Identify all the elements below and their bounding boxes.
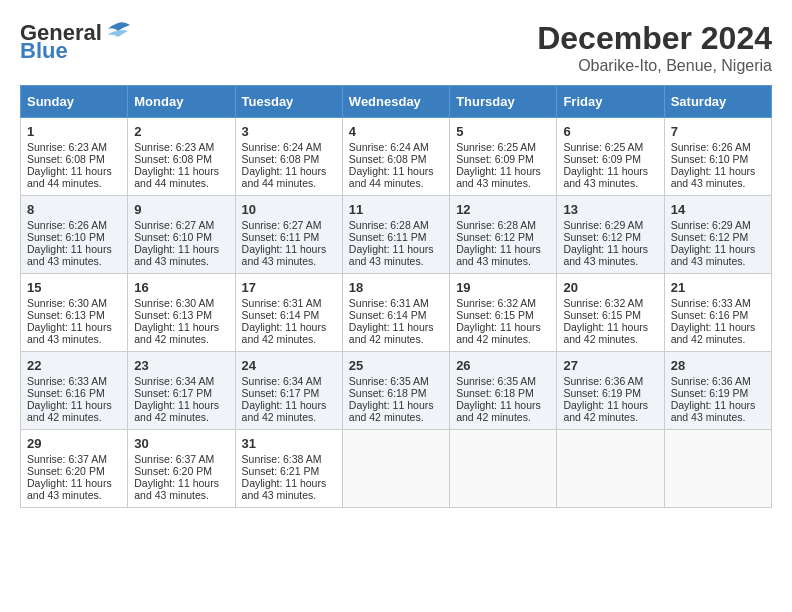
- sunrise-label: Sunrise: 6:29 AM: [563, 219, 643, 231]
- day-number: 26: [456, 358, 550, 373]
- sunset-label: Sunset: 6:11 PM: [349, 231, 427, 243]
- calendar-cell: 6Sunrise: 6:25 AMSunset: 6:09 PMDaylight…: [557, 118, 664, 196]
- day-number: 10: [242, 202, 336, 217]
- day-number: 6: [563, 124, 657, 139]
- sunrise-label: Sunrise: 6:37 AM: [27, 453, 107, 465]
- calendar-cell: 4Sunrise: 6:24 AMSunset: 6:08 PMDaylight…: [342, 118, 449, 196]
- sunset-label: Sunset: 6:16 PM: [671, 309, 749, 321]
- sunset-label: Sunset: 6:08 PM: [349, 153, 427, 165]
- calendar-week-row: 15Sunrise: 6:30 AMSunset: 6:13 PMDayligh…: [21, 274, 772, 352]
- sunset-label: Sunset: 6:15 PM: [563, 309, 641, 321]
- daylight-label: Daylight: 11 hours and 42 minutes.: [456, 321, 541, 345]
- calendar-cell: 27Sunrise: 6:36 AMSunset: 6:19 PMDayligh…: [557, 352, 664, 430]
- sunrise-label: Sunrise: 6:24 AM: [242, 141, 322, 153]
- calendar-week-row: 8Sunrise: 6:26 AMSunset: 6:10 PMDaylight…: [21, 196, 772, 274]
- day-number: 24: [242, 358, 336, 373]
- sunrise-label: Sunrise: 6:23 AM: [134, 141, 214, 153]
- daylight-label: Daylight: 11 hours and 43 minutes.: [563, 165, 648, 189]
- calendar-cell: 21Sunrise: 6:33 AMSunset: 6:16 PMDayligh…: [664, 274, 771, 352]
- daylight-label: Daylight: 11 hours and 43 minutes.: [349, 243, 434, 267]
- sunset-label: Sunset: 6:09 PM: [563, 153, 641, 165]
- sunrise-label: Sunrise: 6:26 AM: [27, 219, 107, 231]
- calendar-cell: 16Sunrise: 6:30 AMSunset: 6:13 PMDayligh…: [128, 274, 235, 352]
- calendar-cell: 2Sunrise: 6:23 AMSunset: 6:08 PMDaylight…: [128, 118, 235, 196]
- day-number: 23: [134, 358, 228, 373]
- day-number: 11: [349, 202, 443, 217]
- day-number: 21: [671, 280, 765, 295]
- sunrise-label: Sunrise: 6:34 AM: [242, 375, 322, 387]
- sunset-label: Sunset: 6:17 PM: [134, 387, 212, 399]
- calendar-cell: 28Sunrise: 6:36 AMSunset: 6:19 PMDayligh…: [664, 352, 771, 430]
- calendar-cell: 8Sunrise: 6:26 AMSunset: 6:10 PMDaylight…: [21, 196, 128, 274]
- day-number: 12: [456, 202, 550, 217]
- day-number: 2: [134, 124, 228, 139]
- sunrise-label: Sunrise: 6:36 AM: [563, 375, 643, 387]
- day-number: 29: [27, 436, 121, 451]
- sunrise-label: Sunrise: 6:28 AM: [349, 219, 429, 231]
- sunrise-label: Sunrise: 6:33 AM: [27, 375, 107, 387]
- sunrise-label: Sunrise: 6:34 AM: [134, 375, 214, 387]
- sunset-label: Sunset: 6:16 PM: [27, 387, 105, 399]
- sunrise-label: Sunrise: 6:27 AM: [242, 219, 322, 231]
- day-number: 7: [671, 124, 765, 139]
- sunset-label: Sunset: 6:10 PM: [134, 231, 212, 243]
- sunset-label: Sunset: 6:13 PM: [27, 309, 105, 321]
- sunset-label: Sunset: 6:18 PM: [456, 387, 534, 399]
- sunrise-label: Sunrise: 6:24 AM: [349, 141, 429, 153]
- sunset-label: Sunset: 6:20 PM: [134, 465, 212, 477]
- sunset-label: Sunset: 6:19 PM: [563, 387, 641, 399]
- sunset-label: Sunset: 6:10 PM: [27, 231, 105, 243]
- day-number: 5: [456, 124, 550, 139]
- column-header-saturday: Saturday: [664, 86, 771, 118]
- calendar-cell: 26Sunrise: 6:35 AMSunset: 6:18 PMDayligh…: [450, 352, 557, 430]
- calendar-cell: 7Sunrise: 6:26 AMSunset: 6:10 PMDaylight…: [664, 118, 771, 196]
- calendar-cell: 22Sunrise: 6:33 AMSunset: 6:16 PMDayligh…: [21, 352, 128, 430]
- calendar-cell: 29Sunrise: 6:37 AMSunset: 6:20 PMDayligh…: [21, 430, 128, 508]
- day-number: 14: [671, 202, 765, 217]
- daylight-label: Daylight: 11 hours and 42 minutes.: [134, 321, 219, 345]
- sunrise-label: Sunrise: 6:26 AM: [671, 141, 751, 153]
- sunrise-label: Sunrise: 6:36 AM: [671, 375, 751, 387]
- daylight-label: Daylight: 11 hours and 43 minutes.: [27, 321, 112, 345]
- sunset-label: Sunset: 6:08 PM: [134, 153, 212, 165]
- sunset-label: Sunset: 6:08 PM: [242, 153, 320, 165]
- daylight-label: Daylight: 11 hours and 44 minutes.: [349, 165, 434, 189]
- day-number: 17: [242, 280, 336, 295]
- calendar-cell: 11Sunrise: 6:28 AMSunset: 6:11 PMDayligh…: [342, 196, 449, 274]
- daylight-label: Daylight: 11 hours and 42 minutes.: [671, 321, 756, 345]
- daylight-label: Daylight: 11 hours and 42 minutes.: [134, 399, 219, 423]
- column-header-tuesday: Tuesday: [235, 86, 342, 118]
- sunrise-label: Sunrise: 6:38 AM: [242, 453, 322, 465]
- sunset-label: Sunset: 6:12 PM: [456, 231, 534, 243]
- calendar-cell: 25Sunrise: 6:35 AMSunset: 6:18 PMDayligh…: [342, 352, 449, 430]
- title-block: December 2024 Obarike-Ito, Benue, Nigeri…: [537, 20, 772, 75]
- sunset-label: Sunset: 6:21 PM: [242, 465, 320, 477]
- page-header: General Blue December 2024 Obarike-Ito, …: [20, 20, 772, 75]
- daylight-label: Daylight: 11 hours and 43 minutes.: [242, 477, 327, 501]
- logo-bird-icon: [104, 21, 132, 41]
- logo-text-blue: Blue: [20, 38, 68, 64]
- logo: General Blue: [20, 20, 132, 64]
- sunset-label: Sunset: 6:10 PM: [671, 153, 749, 165]
- daylight-label: Daylight: 11 hours and 44 minutes.: [134, 165, 219, 189]
- daylight-label: Daylight: 11 hours and 44 minutes.: [242, 165, 327, 189]
- calendar-cell: 17Sunrise: 6:31 AMSunset: 6:14 PMDayligh…: [235, 274, 342, 352]
- sunset-label: Sunset: 6:12 PM: [671, 231, 749, 243]
- sunrise-label: Sunrise: 6:30 AM: [27, 297, 107, 309]
- daylight-label: Daylight: 11 hours and 43 minutes.: [671, 399, 756, 423]
- sunrise-label: Sunrise: 6:35 AM: [456, 375, 536, 387]
- sunrise-label: Sunrise: 6:29 AM: [671, 219, 751, 231]
- day-number: 9: [134, 202, 228, 217]
- calendar-week-row: 29Sunrise: 6:37 AMSunset: 6:20 PMDayligh…: [21, 430, 772, 508]
- sunset-label: Sunset: 6:11 PM: [242, 231, 320, 243]
- column-header-thursday: Thursday: [450, 86, 557, 118]
- daylight-label: Daylight: 11 hours and 42 minutes.: [349, 399, 434, 423]
- daylight-label: Daylight: 11 hours and 43 minutes.: [456, 243, 541, 267]
- daylight-label: Daylight: 11 hours and 42 minutes.: [349, 321, 434, 345]
- day-number: 22: [27, 358, 121, 373]
- day-number: 30: [134, 436, 228, 451]
- day-number: 3: [242, 124, 336, 139]
- sunset-label: Sunset: 6:14 PM: [349, 309, 427, 321]
- daylight-label: Daylight: 11 hours and 43 minutes.: [27, 243, 112, 267]
- sunrise-label: Sunrise: 6:28 AM: [456, 219, 536, 231]
